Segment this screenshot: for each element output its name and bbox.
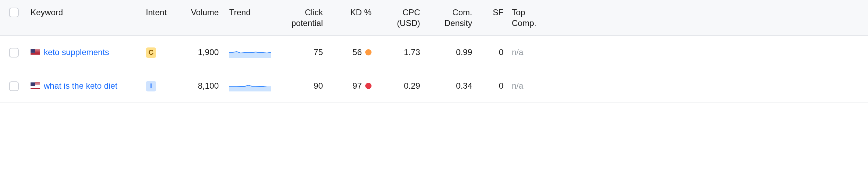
volume-value: 8,100 xyxy=(198,81,219,90)
col-cpc-l1[interactable]: CPC xyxy=(402,7,420,18)
col-kd[interactable]: KD % xyxy=(350,7,372,18)
col-cpc-l2[interactable]: (USD) xyxy=(397,18,420,28)
click-potential-value: 90 xyxy=(314,81,323,90)
flag-us-icon xyxy=(31,49,40,56)
col-volume[interactable]: Volume xyxy=(191,8,219,17)
table-row: keto supplements C 1,900 75 56 1.73 0.99… xyxy=(0,36,868,69)
col-click-potential-l1[interactable]: Click xyxy=(305,7,323,18)
col-keyword[interactable]: Keyword xyxy=(31,7,63,18)
col-trend[interactable]: Trend xyxy=(229,7,251,18)
keyword-link[interactable]: what is the keto diet xyxy=(44,81,117,91)
flag-us-icon xyxy=(31,82,40,89)
col-top-l2[interactable]: Comp. xyxy=(512,18,536,28)
click-potential-value: 75 xyxy=(314,47,323,57)
keyword-table: Keyword Intent Volume Trend Click potent… xyxy=(0,0,868,103)
kd-difficulty-dot-icon xyxy=(365,49,372,55)
table-row: what is the keto diet I 8,100 90 97 0.29… xyxy=(0,69,868,103)
col-click-potential-l2[interactable]: potential xyxy=(291,18,323,28)
intent-badge: I xyxy=(146,81,156,91)
col-top-l1[interactable]: Top xyxy=(512,7,525,18)
kd-value: 97 xyxy=(352,81,362,91)
keyword-link[interactable]: keto supplements xyxy=(44,47,109,57)
top-comp-value: n/a xyxy=(512,81,523,90)
top-comp-value: n/a xyxy=(512,47,523,57)
sf-value: 0 xyxy=(499,47,503,57)
intent-badge: C xyxy=(146,47,156,58)
density-value: 0.34 xyxy=(456,81,472,90)
col-density-l1[interactable]: Com. xyxy=(452,7,472,18)
sf-value: 0 xyxy=(499,81,503,90)
cpc-value: 1.73 xyxy=(404,47,420,57)
table-header: Keyword Intent Volume Trend Click potent… xyxy=(0,0,868,36)
col-intent[interactable]: Intent xyxy=(146,8,167,17)
trend-sparkline xyxy=(229,80,271,91)
col-density-l2[interactable]: Density xyxy=(444,18,472,28)
trend-sparkline xyxy=(229,47,271,58)
col-sf[interactable]: SF xyxy=(493,8,503,17)
density-value: 0.99 xyxy=(456,47,472,57)
kd-value: 56 xyxy=(352,47,362,57)
row-checkbox[interactable] xyxy=(9,48,19,57)
row-checkbox[interactable] xyxy=(9,81,19,91)
cpc-value: 0.29 xyxy=(404,81,420,90)
select-all-checkbox[interactable] xyxy=(9,8,19,17)
volume-value: 1,900 xyxy=(198,47,219,57)
kd-difficulty-dot-icon xyxy=(365,83,372,89)
